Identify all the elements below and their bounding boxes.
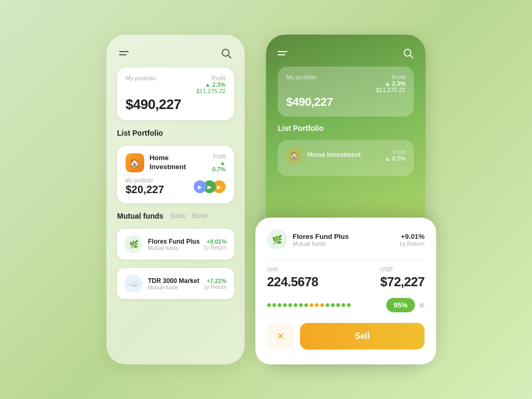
home-profit-section: Profit ▲ 0.7% <box>205 154 226 172</box>
right-portfolio-value: $490,227 <box>286 95 405 109</box>
flores-return-percent: +9.01% <box>204 238 227 245</box>
left-phone: My portfolio Profit ▲ 2.3% $11,275.22 $4… <box>106 35 245 364</box>
bs-return-percent: +9.01% <box>399 232 425 240</box>
arrow-circle-1: ▶ <box>194 180 206 193</box>
right-profit-percent: ▲ 2.3% <box>376 80 405 87</box>
fund-card-1[interactable]: ☁️ TDR 3000 Market Mutual funds +7.22% 1… <box>117 268 234 299</box>
right-phone-header <box>278 47 414 59</box>
bs-fund-type: Mutual funds <box>293 240 348 247</box>
home-investment-title: Home Investment <box>149 154 205 172</box>
right-home-title: Home Investment <box>307 151 361 160</box>
bs-progress-row: 95% <box>267 298 425 312</box>
left-phone-header <box>117 47 234 59</box>
bs-fund-return: +9.01% 1y Return <box>399 232 425 247</box>
portfolio-card: My portfolio Profit ▲ 2.3% $11,275.22 $4… <box>117 68 234 120</box>
home-investment-card[interactable]: 🏠 Home Investment Profit ▲ 0.7% My portf… <box>117 146 234 203</box>
menu-icon[interactable] <box>119 51 129 55</box>
bs-actions: ✕ Sell <box>267 323 425 350</box>
bs-fund-icon: 🌿 <box>267 229 287 250</box>
my-portfolio-value: $20,227 <box>126 184 164 196</box>
progress-handle[interactable] <box>419 303 425 308</box>
tdr-fund-name: TDR 3000 Market <box>148 277 200 285</box>
right-search-icon[interactable] <box>402 47 414 59</box>
bs-return-label: 1y Return <box>399 240 425 247</box>
right-menu-icon[interactable] <box>278 51 287 55</box>
right-phone: My portfolio Profit ▲ 2.3% $11,275.22 $4… <box>266 35 426 364</box>
home-profit-percent: ▲ 0.7% <box>205 160 226 172</box>
fund-card-0[interactable]: 🌿 Flores Fund Plus Mutual funds +9.01% 1… <box>117 229 234 260</box>
flores-fund-type: Mutual funds <box>148 245 200 251</box>
home-profit-label: Profit <box>205 154 226 160</box>
flores-return-label: 1y Return <box>204 245 227 251</box>
right-profit-section: Profit ▲ 2.3% $11,275.22 <box>376 74 405 93</box>
unit-label: Unit <box>267 266 318 272</box>
cancel-button[interactable]: ✕ <box>267 323 294 350</box>
profit-amount: $11,275.22 <box>196 88 226 94</box>
home-icon: 🏠 <box>126 153 144 172</box>
svg-line-3 <box>410 55 413 58</box>
right-list-portfolio-title: List Portfolio <box>278 124 414 132</box>
unit-value: 224.5678 <box>267 275 318 289</box>
usd-value: $72,227 <box>380 275 425 289</box>
svg-line-1 <box>228 55 231 58</box>
tdr-return-label: 1y Return <box>204 284 227 290</box>
right-home-profit-label: Profit <box>385 149 405 155</box>
right-home-investment-card[interactable]: 🏠 Home Investment Profit ▲ 0.7% <box>278 140 414 176</box>
profit-section: Profit ▲ 2.3% $11,275.22 <box>196 75 226 94</box>
bs-values-row: Unit 224.5678 USD $72,227 <box>267 266 425 289</box>
profit-label: Profit <box>196 75 226 81</box>
right-profit-amount: $11,275.22 <box>376 87 405 93</box>
portfolio-value: $490,227 <box>126 96 226 113</box>
flores-fund-icon: 🌿 <box>124 235 143 253</box>
tdr-fund-type: Mutual funds <box>148 285 200 290</box>
portfolio-label: My portfolio <box>126 75 156 81</box>
my-portfolio-label: My portfolio <box>126 178 164 184</box>
bottom-sheet: 🌿 Flores Fund Plus Mutual funds +9.01% 1… <box>255 218 436 364</box>
progress-dots <box>267 303 382 307</box>
right-home-icon: 🏠 <box>286 147 302 163</box>
right-portfolio-label: My portfolio <box>286 74 317 80</box>
right-portfolio-card: My portfolio Profit ▲ 2.3% $11,275.22 $4… <box>278 66 414 117</box>
bs-divider <box>267 259 425 260</box>
right-profit-label: Profit <box>376 74 405 80</box>
flores-fund-return: +9.01% 1y Return <box>204 238 227 251</box>
right-home-profit-percent: ▲ 0.7% <box>385 155 405 162</box>
mutual-funds-title: Mutual funds <box>117 212 163 220</box>
sell-button[interactable]: Sell <box>300 323 425 350</box>
tdr-return-percent: +7.22% <box>204 278 227 284</box>
search-icon[interactable] <box>220 47 232 59</box>
usd-label: USD <box>380 266 425 272</box>
flores-fund-name: Flores Fund Plus <box>148 238 200 245</box>
tdr-fund-icon: ☁️ <box>124 275 143 293</box>
right-home-profit-section: Profit ▲ 0.7% <box>385 149 405 162</box>
profit-percent: ▲ 2.3% <box>196 81 226 88</box>
arrow-icons: ▶ ▶ ▶ <box>197 180 226 193</box>
list-portfolio-title: List Portfolio <box>117 129 234 137</box>
bs-fund-row: 🌿 Flores Fund Plus Mutual funds +9.01% 1… <box>267 229 425 250</box>
mutual-funds-header: Mutual funds Stock Bond <box>117 212 234 220</box>
tdr-fund-return: +7.22% 1y Return <box>204 278 227 290</box>
tab-bond[interactable]: Bond <box>192 212 207 220</box>
bs-fund-name: Flores Fund Plus <box>293 232 348 240</box>
tab-stock[interactable]: Stock <box>170 212 186 220</box>
progress-badge: 95% <box>386 298 415 312</box>
